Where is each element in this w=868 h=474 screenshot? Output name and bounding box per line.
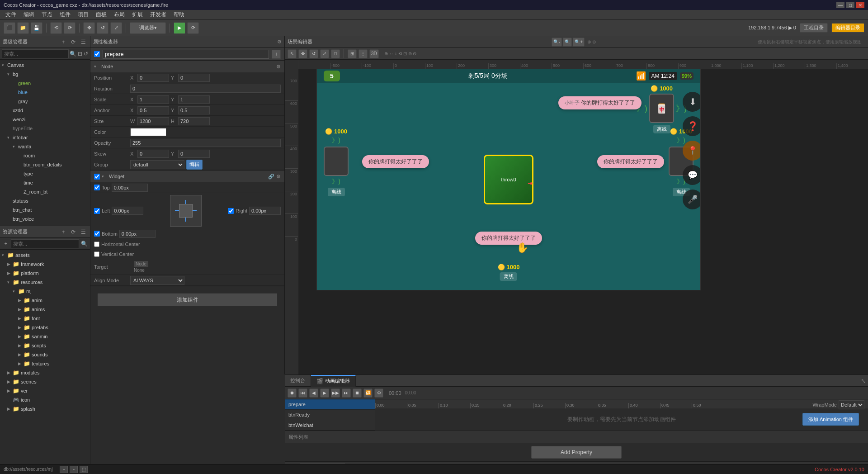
vcenter-checkbox[interactable] (94, 251, 99, 257)
anim-stop-button[interactable]: ⏹ (353, 389, 362, 398)
hierarchy-collapse-button[interactable]: ⊟ (77, 50, 82, 58)
position-x-input[interactable] (137, 74, 169, 82)
toolbar-scale-button[interactable]: ⤢ (110, 22, 122, 34)
project-dir-button[interactable]: 工程目录 (800, 23, 828, 33)
status-expand-button[interactable]: ⬚ (80, 466, 88, 473)
anim-next-frame-button[interactable]: ▶▶ (331, 389, 340, 398)
menu-panel[interactable]: 面板 (92, 10, 110, 19)
anchor-x-input[interactable] (137, 106, 169, 114)
asset-item-ver[interactable]: ▶ 📁 ver (0, 386, 90, 395)
asset-item-mj[interactable]: ▾ 📁 mj (0, 287, 90, 296)
anchor-y-input[interactable] (178, 106, 210, 114)
add-animation-button[interactable]: 添加 Animation 组件 (802, 413, 859, 426)
asset-item-anims[interactable]: ▶ 📁 anims (0, 305, 90, 314)
editor-dir-button[interactable]: 编辑器目录 (831, 23, 864, 33)
anim-track-btnweichat[interactable]: btnWeichat (285, 420, 375, 431)
tree-node-btnchat[interactable]: btn_chat (0, 205, 90, 214)
status-remove-button[interactable]: - (70, 466, 78, 473)
node-active-checkbox[interactable] (94, 51, 100, 57)
asset-item-prefabs[interactable]: ▶ 📁 prefabs (0, 323, 90, 332)
hierarchy-menu-button[interactable]: ☰ (79, 38, 87, 46)
asset-item-resources[interactable]: ▾ 📁 resources (0, 278, 90, 287)
minimize-button[interactable]: — (836, 2, 844, 8)
asset-item-sanmin[interactable]: ▶ 📁 sanmin (0, 332, 90, 341)
tree-node-blue[interactable]: blue (0, 88, 90, 97)
asset-item-scripts[interactable]: ▶ 📁 scripts (0, 341, 90, 350)
tree-node-type[interactable]: type (0, 169, 90, 178)
asset-item-icon[interactable]: 🎮 icon (0, 395, 90, 404)
scene-snap-button[interactable]: ⊞ (348, 49, 357, 58)
menu-component[interactable]: 组件 (56, 10, 74, 19)
widget-left-input[interactable] (112, 207, 143, 215)
toolbar-rotate-button[interactable]: ↺ (97, 22, 108, 34)
tree-node-hypetitle[interactable]: hypeTitle (0, 124, 90, 133)
node-name-input[interactable] (103, 50, 269, 59)
add-component-button[interactable]: 添加组件 (98, 294, 277, 306)
tree-node-bg[interactable]: ▾bg (0, 70, 90, 79)
widget-bottom-input[interactable] (119, 230, 156, 238)
node-add-button[interactable]: + (272, 50, 281, 59)
tree-node-gray[interactable]: gray (0, 97, 90, 106)
close-button[interactable]: ✕ (856, 2, 864, 8)
hierarchy-add-button[interactable]: + (59, 38, 67, 46)
asset-refresh-button[interactable]: ⟳ (69, 228, 77, 236)
anim-track-prepare[interactable]: prepare (285, 399, 375, 410)
tree-node-btnvoice[interactable]: btn_voice (0, 214, 90, 223)
widget-active-checkbox[interactable] (94, 174, 100, 180)
node-section-gear-icon[interactable]: ⚙ (276, 64, 281, 70)
scene-rect-button[interactable]: □ (331, 49, 340, 58)
tree-node-btnanticheat[interactable]: btn_anti_cheat (0, 223, 90, 226)
menu-developer[interactable]: 开发者 (146, 10, 170, 19)
asset-item-splash[interactable]: ▶ 📁 splash (0, 404, 90, 413)
toolbar-redo-button[interactable]: ⟳ (64, 22, 75, 34)
skew-y-input[interactable] (178, 150, 210, 158)
group-select[interactable]: default (130, 160, 184, 169)
asset-item-framework[interactable]: ▶ 📁 framework (0, 260, 90, 269)
anim-prev-frame-button[interactable]: ◀ (309, 389, 318, 398)
add-property-button[interactable]: Add Property (531, 446, 622, 459)
toolbar-transform-button[interactable]: ✥ (83, 22, 95, 34)
tree-node-room[interactable]: room (0, 151, 90, 160)
asset-item-font[interactable]: ▶ 📁 font (0, 314, 90, 323)
hierarchy-expand-button[interactable]: ↺ (83, 50, 88, 58)
asset-item-platform[interactable]: ▶ 📁 platform (0, 269, 90, 278)
asset-search-icon[interactable]: 🔍 (80, 240, 88, 248)
scene-zoom-out-button[interactable]: 🔍- (552, 38, 562, 47)
size-w-input[interactable] (137, 117, 169, 125)
maximize-button[interactable]: □ (846, 2, 854, 8)
group-edit-button[interactable]: 编辑 (186, 160, 203, 170)
scene-scale-button[interactable]: ⤢ (320, 49, 329, 58)
scene-zoom-in-button[interactable]: 🔍+ (573, 38, 585, 47)
asset-item-sounds[interactable]: ▶ 📁 sounds (0, 350, 90, 359)
asset-item-modules[interactable]: ▶ 📁 modules (0, 368, 90, 377)
menu-extend[interactable]: 扩展 (128, 10, 146, 19)
control-tab[interactable]: 控制台 (285, 375, 311, 387)
asset-item-scenes[interactable]: ▶ 📁 scenes (0, 377, 90, 386)
hierarchy-search-input[interactable] (2, 49, 69, 58)
tree-node-statuss[interactable]: statuss (0, 196, 90, 205)
properties-gear-icon[interactable]: ⚙ (277, 39, 282, 45)
menu-file[interactable]: 文件 (2, 10, 20, 19)
wrapmode-select[interactable]: Default (839, 400, 864, 409)
toolbar-new-button[interactable]: ⬛ (4, 22, 15, 34)
tree-node-wenzi[interactable]: wenzi (0, 115, 90, 124)
scene-select-button[interactable]: ↖ (288, 49, 297, 58)
browse-dropdown[interactable]: 调览器▾ (130, 22, 166, 34)
scene-move-button[interactable]: ✥ (298, 49, 307, 58)
menu-help[interactable]: 帮助 (170, 10, 188, 19)
tree-node-time[interactable]: time (0, 178, 90, 187)
search-icon[interactable]: 🔍 (70, 50, 76, 58)
size-h-input[interactable] (178, 117, 210, 125)
scale-y-input[interactable] (178, 95, 210, 104)
asset-item-anim[interactable]: ▶ 📁 anim (0, 296, 90, 305)
toolbar-undo-button[interactable]: ⟲ (50, 22, 62, 34)
widget-gear-icon[interactable]: ⚙ (276, 174, 281, 180)
asset-add-small-button[interactable]: + (2, 240, 10, 248)
scene-grid-button[interactable]: ⋮ (359, 49, 368, 58)
anim-track-btnready[interactable]: btnReady (285, 410, 375, 420)
widget-right-checkbox[interactable] (228, 208, 234, 214)
asset-item-textures[interactable]: ▶ 📁 textures (0, 359, 90, 368)
tree-node-canvas[interactable]: ▾Canvas (0, 61, 90, 70)
tree-node-green[interactable]: green (0, 79, 90, 88)
skew-x-input[interactable] (137, 150, 169, 158)
